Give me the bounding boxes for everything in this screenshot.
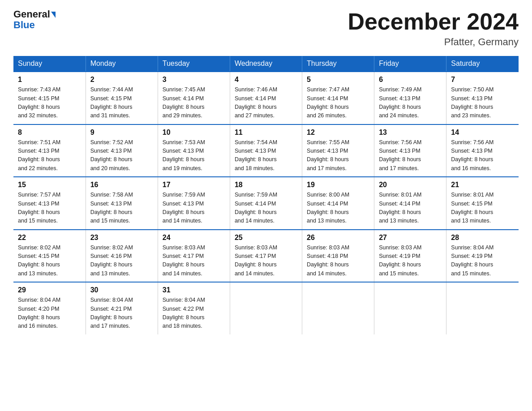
calendar-cell: 7 Sunrise: 7:50 AMSunset: 4:13 PMDayligh…	[446, 72, 519, 124]
calendar-cell: 22 Sunrise: 8:02 AMSunset: 4:15 PMDaylig…	[13, 230, 86, 283]
calendar-cell: 14 Sunrise: 7:56 AMSunset: 4:13 PMDaylig…	[446, 124, 519, 177]
calendar-cell: 27 Sunrise: 8:03 AMSunset: 4:19 PMDaylig…	[374, 230, 446, 283]
calendar-cell: 1 Sunrise: 7:43 AMSunset: 4:15 PMDayligh…	[13, 72, 86, 124]
day-number: 5	[307, 76, 369, 84]
calendar-cell: 12 Sunrise: 7:55 AMSunset: 4:13 PMDaylig…	[302, 124, 374, 177]
calendar-cell	[374, 282, 446, 334]
calendar-cell: 13 Sunrise: 7:56 AMSunset: 4:13 PMDaylig…	[374, 124, 446, 177]
day-number: 6	[379, 76, 442, 84]
day-number: 28	[451, 234, 514, 242]
day-number: 24	[163, 234, 225, 242]
calendar-cell	[446, 282, 519, 334]
day-info: Sunrise: 7:44 AMSunset: 4:15 PMDaylight:…	[90, 86, 153, 120]
calendar-cell: 17 Sunrise: 7:59 AMSunset: 4:13 PMDaylig…	[158, 177, 230, 230]
day-info: Sunrise: 7:54 AMSunset: 4:13 PMDaylight:…	[235, 138, 297, 173]
day-number: 2	[90, 76, 153, 84]
day-number: 31	[163, 286, 225, 294]
day-info: Sunrise: 8:00 AMSunset: 4:14 PMDaylight:…	[307, 191, 369, 226]
title-block: December 2024 Pfatter, Germany	[348, 9, 519, 48]
calendar-cell: 4 Sunrise: 7:46 AMSunset: 4:14 PMDayligh…	[230, 72, 302, 124]
day-number: 27	[379, 234, 442, 242]
day-info: Sunrise: 7:59 AMSunset: 4:13 PMDaylight:…	[163, 191, 225, 226]
weekday-header-monday: Monday	[86, 56, 158, 72]
weekday-header-thursday: Thursday	[302, 56, 374, 72]
logo: General Blue	[13, 9, 56, 30]
day-number: 7	[451, 76, 514, 84]
weekday-header-friday: Friday	[374, 56, 446, 72]
week-row-2: 8 Sunrise: 7:51 AMSunset: 4:13 PMDayligh…	[13, 124, 519, 177]
day-info: Sunrise: 7:59 AMSunset: 4:14 PMDaylight:…	[235, 191, 297, 226]
day-info: Sunrise: 7:57 AMSunset: 4:13 PMDaylight:…	[18, 191, 81, 226]
day-info: Sunrise: 8:03 AMSunset: 4:18 PMDaylight:…	[307, 244, 369, 278]
day-number: 16	[90, 181, 153, 189]
day-info: Sunrise: 8:03 AMSunset: 4:17 PMDaylight:…	[235, 244, 297, 278]
calendar-cell: 24 Sunrise: 8:03 AMSunset: 4:17 PMDaylig…	[158, 230, 230, 283]
day-info: Sunrise: 8:04 AMSunset: 4:22 PMDaylight:…	[163, 296, 225, 331]
calendar-cell: 23 Sunrise: 8:02 AMSunset: 4:16 PMDaylig…	[86, 230, 158, 283]
weekday-header-saturday: Saturday	[446, 56, 519, 72]
week-row-3: 15 Sunrise: 7:57 AMSunset: 4:13 PMDaylig…	[13, 177, 519, 230]
calendar-cell: 8 Sunrise: 7:51 AMSunset: 4:13 PMDayligh…	[13, 124, 86, 177]
day-info: Sunrise: 7:56 AMSunset: 4:13 PMDaylight:…	[379, 138, 442, 173]
day-info: Sunrise: 7:52 AMSunset: 4:13 PMDaylight:…	[90, 138, 153, 173]
week-row-1: 1 Sunrise: 7:43 AMSunset: 4:15 PMDayligh…	[13, 72, 519, 124]
calendar-cell: 16 Sunrise: 7:58 AMSunset: 4:13 PMDaylig…	[86, 177, 158, 230]
calendar-cell: 28 Sunrise: 8:04 AMSunset: 4:19 PMDaylig…	[446, 230, 519, 283]
day-number: 15	[18, 181, 81, 189]
calendar-cell: 26 Sunrise: 8:03 AMSunset: 4:18 PMDaylig…	[302, 230, 374, 283]
day-info: Sunrise: 8:03 AMSunset: 4:17 PMDaylight:…	[163, 244, 225, 278]
day-number: 3	[163, 76, 225, 84]
day-info: Sunrise: 7:53 AMSunset: 4:13 PMDaylight:…	[163, 138, 225, 173]
logo-blue-text: Blue	[13, 19, 35, 30]
day-info: Sunrise: 8:01 AMSunset: 4:14 PMDaylight:…	[379, 191, 442, 226]
day-number: 4	[235, 76, 297, 84]
day-number: 26	[307, 234, 369, 242]
week-row-5: 29 Sunrise: 8:04 AMSunset: 4:20 PMDaylig…	[13, 282, 519, 334]
day-info: Sunrise: 8:04 AMSunset: 4:20 PMDaylight:…	[18, 296, 81, 331]
day-info: Sunrise: 8:04 AMSunset: 4:21 PMDaylight:…	[90, 296, 153, 331]
day-info: Sunrise: 7:50 AMSunset: 4:13 PMDaylight:…	[451, 86, 514, 120]
day-number: 10	[163, 128, 225, 137]
location-subtitle: Pfatter, Germany	[348, 36, 519, 48]
day-number: 30	[90, 286, 153, 294]
day-info: Sunrise: 8:02 AMSunset: 4:16 PMDaylight:…	[90, 244, 153, 278]
day-info: Sunrise: 7:49 AMSunset: 4:13 PMDaylight:…	[379, 86, 442, 120]
day-number: 25	[235, 234, 297, 242]
day-number: 21	[451, 181, 514, 189]
day-number: 14	[451, 128, 514, 137]
calendar-table: SundayMondayTuesdayWednesdayThursdayFrid…	[13, 56, 519, 334]
day-number: 17	[163, 181, 225, 189]
day-number: 9	[90, 128, 153, 137]
calendar-cell	[230, 282, 302, 334]
day-number: 22	[18, 234, 81, 242]
calendar-cell: 6 Sunrise: 7:49 AMSunset: 4:13 PMDayligh…	[374, 72, 446, 124]
calendar-cell: 5 Sunrise: 7:47 AMSunset: 4:14 PMDayligh…	[302, 72, 374, 124]
day-info: Sunrise: 7:46 AMSunset: 4:14 PMDaylight:…	[235, 86, 297, 120]
calendar-cell: 20 Sunrise: 8:01 AMSunset: 4:14 PMDaylig…	[374, 177, 446, 230]
day-number: 8	[18, 128, 81, 137]
calendar-cell: 10 Sunrise: 7:53 AMSunset: 4:13 PMDaylig…	[158, 124, 230, 177]
day-number: 23	[90, 234, 153, 242]
month-year-title: December 2024	[348, 9, 519, 34]
day-info: Sunrise: 8:03 AMSunset: 4:19 PMDaylight:…	[379, 244, 442, 278]
day-number: 11	[235, 128, 297, 137]
day-info: Sunrise: 7:45 AMSunset: 4:14 PMDaylight:…	[163, 86, 225, 120]
logo-general-text: General	[13, 9, 50, 20]
weekday-header-tuesday: Tuesday	[158, 56, 230, 72]
calendar-cell: 29 Sunrise: 8:04 AMSunset: 4:20 PMDaylig…	[13, 282, 86, 334]
day-number: 19	[307, 181, 369, 189]
weekday-header-row: SundayMondayTuesdayWednesdayThursdayFrid…	[13, 56, 519, 72]
day-info: Sunrise: 7:55 AMSunset: 4:13 PMDaylight:…	[307, 138, 369, 173]
calendar-cell: 18 Sunrise: 7:59 AMSunset: 4:14 PMDaylig…	[230, 177, 302, 230]
calendar-cell: 15 Sunrise: 7:57 AMSunset: 4:13 PMDaylig…	[13, 177, 86, 230]
day-info: Sunrise: 8:02 AMSunset: 4:15 PMDaylight:…	[18, 244, 81, 278]
day-number: 13	[379, 128, 442, 137]
logo-arrow-icon	[51, 12, 56, 18]
calendar-cell: 11 Sunrise: 7:54 AMSunset: 4:13 PMDaylig…	[230, 124, 302, 177]
day-info: Sunrise: 8:01 AMSunset: 4:15 PMDaylight:…	[451, 191, 514, 226]
day-number: 18	[235, 181, 297, 189]
calendar-cell: 19 Sunrise: 8:00 AMSunset: 4:14 PMDaylig…	[302, 177, 374, 230]
weekday-header-sunday: Sunday	[13, 56, 86, 72]
day-number: 1	[18, 76, 81, 84]
calendar-cell: 21 Sunrise: 8:01 AMSunset: 4:15 PMDaylig…	[446, 177, 519, 230]
